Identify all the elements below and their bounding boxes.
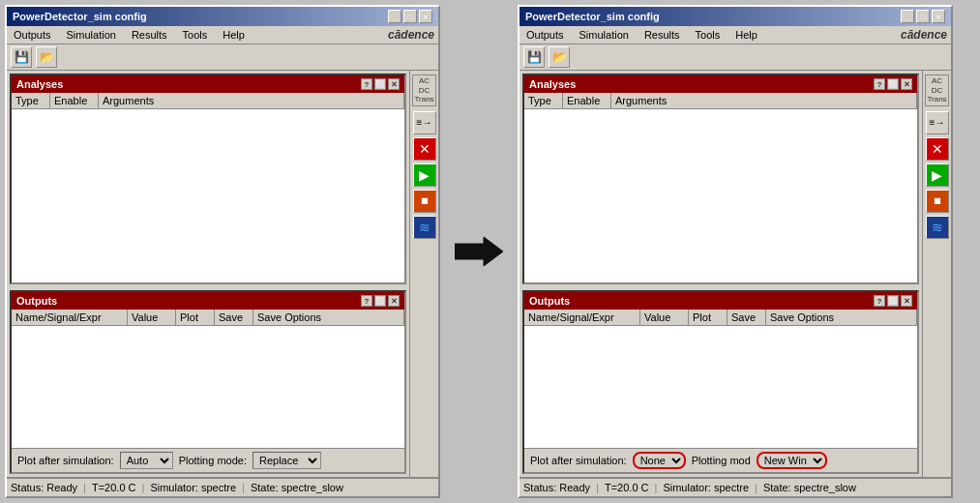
right-toolbar: 💾 📂 bbox=[520, 44, 951, 71]
right-panels: Analyses ? ⬜ ✕ Type Enable Arguments bbox=[520, 71, 922, 477]
right-menu-outputs[interactable]: Outputs bbox=[523, 28, 567, 42]
right-save-btn[interactable]: 💾 bbox=[523, 46, 545, 68]
right-status-temp: T=20.0 C bbox=[605, 482, 649, 493]
left-menu-help[interactable]: Help bbox=[220, 28, 248, 42]
main-container: PowerDetector_sim config _ □ × Outputs S… bbox=[0, 0, 980, 503]
left-out-col-saveopts: Save Options bbox=[253, 310, 404, 325]
left-bottom-bar: Plot after simulation: Auto None All Plo… bbox=[12, 448, 404, 472]
right-outputs-header: Outputs ? ⬜ ✕ bbox=[524, 292, 917, 310]
right-menu-bar: Outputs Simulation Results Tools Help cā… bbox=[520, 26, 951, 44]
left-outputs-controls: ? ⬜ ✕ bbox=[361, 295, 400, 307]
right-outputs-body bbox=[524, 326, 917, 448]
right-netlist-btn[interactable]: ≡→ bbox=[926, 111, 949, 134]
right-ac-dc-block: AC DC Trans bbox=[925, 74, 948, 106]
right-menu-tools[interactable]: Tools bbox=[693, 28, 724, 42]
right-analyses-close[interactable]: ✕ bbox=[901, 78, 912, 90]
left-close-btn[interactable]: × bbox=[419, 10, 432, 23]
right-outputs-panel: Outputs ? ⬜ ✕ Name/Signal/Expr Value Plo… bbox=[522, 290, 919, 474]
left-outputs-help[interactable]: ? bbox=[361, 295, 372, 307]
right-analyses-table-header: Type Enable Arguments bbox=[524, 93, 917, 109]
left-run-btn[interactable]: ▶ bbox=[413, 163, 436, 187]
right-menu-help[interactable]: Help bbox=[732, 28, 760, 42]
right-run-btn[interactable]: ▶ bbox=[926, 163, 949, 187]
right-status-state: State: spectre_slow bbox=[763, 482, 856, 493]
left-netlist-btn[interactable]: ≡→ bbox=[413, 111, 436, 134]
right-status-bar: Status: Ready | T=20.0 C | Simulator: sp… bbox=[520, 477, 951, 496]
right-open-btn[interactable]: 📂 bbox=[549, 46, 570, 68]
left-menu-results[interactable]: Results bbox=[129, 28, 170, 42]
right-outputs-resize[interactable]: ⬜ bbox=[887, 295, 899, 307]
left-content: Analyses ? ⬜ ✕ Type Enable Arguments bbox=[7, 71, 438, 477]
right-maximize-btn[interactable]: □ bbox=[916, 10, 930, 23]
left-right-sidebar: AC DC Trans ≡→ ✕ ▶ ⏹ ≋ bbox=[409, 71, 438, 477]
left-status-simulator: Simulator: spectre bbox=[150, 482, 236, 493]
right-analyses-controls: ? ⬜ ✕ bbox=[874, 78, 912, 90]
left-status-bar: Status: Ready | T=20.0 C | Simulator: sp… bbox=[7, 477, 438, 496]
left-analyses-help[interactable]: ? bbox=[361, 78, 372, 90]
right-minimize-btn[interactable]: _ bbox=[901, 10, 914, 23]
right-out-col-name: Name/Signal/Expr bbox=[524, 310, 640, 325]
right-menu-simulation[interactable]: Simulation bbox=[577, 28, 632, 42]
right-plot-after-select[interactable]: None Auto All bbox=[633, 452, 686, 469]
left-menu-simulation[interactable]: Simulation bbox=[64, 28, 119, 42]
right-col-enable: Enable bbox=[563, 93, 611, 108]
right-out-col-save: Save bbox=[728, 310, 766, 325]
right-bottom-bar: Plot after simulation: None Auto All Plo… bbox=[524, 448, 917, 472]
right-analyses-body bbox=[524, 109, 917, 282]
right-col-type: Type bbox=[524, 93, 563, 108]
left-outputs-table-header: Name/Signal/Expr Value Plot Save Save Op… bbox=[12, 310, 404, 326]
right-close-btn[interactable]: × bbox=[932, 10, 945, 23]
right-plotting-mode-label: Plotting mod bbox=[692, 455, 751, 466]
left-save-btn[interactable]: 💾 bbox=[11, 46, 32, 68]
left-stop-btn[interactable]: ⏹ bbox=[413, 190, 436, 213]
left-run-btn-x[interactable]: ✕ bbox=[413, 137, 436, 161]
left-waveform-btn[interactable]: ≋ bbox=[413, 216, 436, 239]
left-status-temp: T=20.0 C bbox=[92, 482, 136, 493]
left-out-col-value: Value bbox=[128, 310, 176, 325]
right-analyses-resize[interactable]: ⬜ bbox=[887, 78, 899, 90]
left-status-state: State: spectre_slow bbox=[251, 482, 343, 493]
right-stop-btn[interactable]: ⏹ bbox=[926, 190, 949, 213]
left-ac-dc-block: AC DC Trans bbox=[412, 74, 435, 106]
left-menu-outputs[interactable]: Outputs bbox=[11, 28, 54, 42]
right-run-btn-x[interactable]: ✕ bbox=[926, 137, 949, 161]
right-outputs-help[interactable]: ? bbox=[874, 295, 885, 307]
left-outputs-panel: Outputs ? ⬜ ✕ Name/Signal/Expr Value Plo… bbox=[10, 290, 406, 474]
right-analyses-title: Analyses bbox=[529, 78, 576, 90]
left-outputs-resize[interactable]: ⬜ bbox=[374, 295, 386, 307]
right-outputs-title: Outputs bbox=[529, 295, 570, 307]
right-title-bar: PowerDetector_sim config _ □ × bbox=[520, 7, 951, 26]
left-analyses-resize[interactable]: ⬜ bbox=[374, 78, 386, 90]
right-window: PowerDetector_sim config _ □ × Outputs S… bbox=[518, 5, 953, 498]
left-minimize-btn[interactable]: _ bbox=[388, 10, 401, 23]
left-panels: Analyses ? ⬜ ✕ Type Enable Arguments bbox=[7, 71, 409, 477]
left-col-type: Type bbox=[12, 93, 50, 108]
left-analyses-table-header: Type Enable Arguments bbox=[12, 93, 404, 109]
left-analyses-panel: Analyses ? ⬜ ✕ Type Enable Arguments bbox=[10, 74, 406, 284]
right-content: Analyses ? ⬜ ✕ Type Enable Arguments bbox=[520, 71, 951, 477]
right-menu-results[interactable]: Results bbox=[641, 28, 683, 42]
arrow-container bbox=[450, 232, 508, 271]
left-plot-after-label: Plot after simulation: bbox=[17, 455, 114, 466]
right-outputs-close[interactable]: ✕ bbox=[901, 295, 912, 307]
left-plotting-mode-select[interactable]: Replace New Win Append bbox=[252, 452, 321, 469]
left-plot-after-select[interactable]: Auto None All bbox=[120, 452, 173, 469]
left-menu-tools[interactable]: Tools bbox=[180, 28, 211, 42]
left-toolbar: 💾 📂 bbox=[7, 44, 438, 71]
left-maximize-btn[interactable]: □ bbox=[403, 10, 417, 23]
right-analyses-header: Analyses ? ⬜ ✕ bbox=[524, 75, 917, 93]
right-col-arguments: Arguments bbox=[611, 93, 917, 108]
left-open-btn[interactable]: 📂 bbox=[36, 46, 57, 68]
left-window: PowerDetector_sim config _ □ × Outputs S… bbox=[5, 5, 440, 498]
left-out-col-name: Name/Signal/Expr bbox=[12, 310, 128, 325]
left-analyses-close[interactable]: ✕ bbox=[388, 78, 400, 90]
right-waveform-btn[interactable]: ≋ bbox=[926, 216, 949, 239]
right-analyses-help[interactable]: ? bbox=[874, 78, 885, 90]
right-status-ready: Status: Ready bbox=[523, 482, 590, 493]
left-out-col-plot: Plot bbox=[176, 310, 215, 325]
left-analyses-title: Analyses bbox=[16, 78, 63, 90]
left-menu-bar: Outputs Simulation Results Tools Help cā… bbox=[7, 26, 438, 44]
right-right-sidebar: AC DC Trans ≡→ ✕ ▶ ⏹ ≋ bbox=[922, 71, 951, 477]
right-plotting-mode-select[interactable]: Replace New Win Append bbox=[757, 452, 827, 469]
left-outputs-close[interactable]: ✕ bbox=[388, 295, 400, 307]
